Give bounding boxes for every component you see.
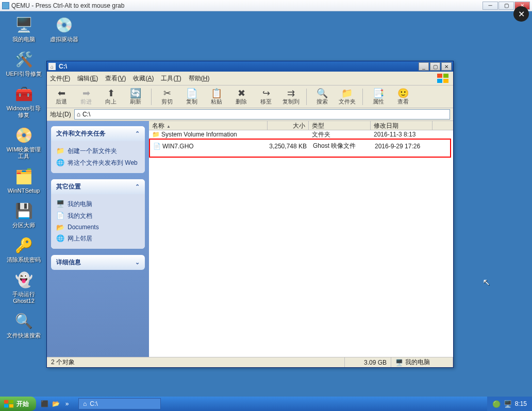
- key-icon: 🔑: [14, 236, 33, 254]
- toolbar-properties-button[interactable]: 📑属性: [367, 87, 390, 107]
- host-maximize-button[interactable]: ▢: [498, 2, 514, 10]
- refresh-icon: 🔄: [124, 88, 147, 98]
- toolbar-separator: [306, 89, 307, 105]
- file-type: 文件夹: [309, 130, 371, 139]
- desktop-icon-wim-manager[interactable]: 📀 WIM映象管理工具: [4, 126, 43, 160]
- sidebar-link-label: 创建一个新文件夹: [68, 147, 117, 156]
- file-date: 2016-9-29 17:26: [372, 143, 434, 150]
- address-input-wrap[interactable]: ⌂: [74, 109, 450, 119]
- toolbar-moveto-button[interactable]: ↪移至: [255, 87, 277, 107]
- toolbar-view-button[interactable]: 🙂查看: [392, 87, 414, 107]
- quick-launch-folder[interactable]: 📂: [51, 399, 61, 409]
- desktop-icon-label: WIM映象管理工具: [4, 146, 43, 160]
- desktop-icons-column-1: 🖥️ 我的电脑 🛠️ UEFI引导修复 🧰 Widnows引导修复 📀 WIM映…: [4, 15, 43, 346]
- sidebar-place-my-computer[interactable]: 🖥️ 我的电脑: [56, 198, 140, 210]
- menu-edit[interactable]: 编辑(E): [77, 74, 98, 83]
- sidebar-link-label: 我的电脑: [68, 200, 92, 209]
- desktop-icon-file-search[interactable]: 🔍 文件快速搜索: [4, 312, 43, 339]
- explorer-titlebar[interactable]: ⌂ C:\ _ ▢ ✕: [47, 61, 453, 72]
- desktop-icon-uefi-repair[interactable]: 🛠️ UEFI引导修复: [4, 50, 43, 77]
- toolbar-folders-button[interactable]: 📁文件夹: [336, 87, 358, 107]
- status-objects: 2 个对象: [47, 357, 345, 367]
- sidebar-task-publish-web[interactable]: 🌐 将这个文件夹发布到 Web: [56, 157, 140, 169]
- file-list[interactable]: 📁 System Volume Information 文件夹 2016-11-…: [149, 130, 453, 357]
- globe-icon: 🌐: [56, 159, 64, 166]
- desktop-icon-label: 文件快速搜索: [4, 332, 43, 339]
- desktop-icon-winntsetup[interactable]: 🗂️ WinNTSetup: [4, 167, 43, 194]
- menu-favorites[interactable]: 收藏(A): [133, 74, 154, 83]
- drive-icon: ⌂: [48, 63, 56, 70]
- search-icon: 🔍: [14, 312, 33, 330]
- column-header-name[interactable]: 名称: [149, 121, 268, 130]
- sidebar-place-my-documents[interactable]: 📄 我的文档: [56, 210, 140, 222]
- tray-display-icon[interactable]: 🖥️: [504, 400, 512, 408]
- column-header-type[interactable]: 类型: [309, 121, 371, 130]
- sidebar-place-documents[interactable]: 📂 Documents: [56, 222, 140, 233]
- paste-icon: 📋: [205, 88, 228, 98]
- desktop-icon-label: Widnows引导修复: [4, 105, 43, 118]
- desktop-icon-virtual-drive[interactable]: 💿 虚拟驱动器: [44, 15, 84, 43]
- disk-icon: 💾: [14, 201, 33, 220]
- menu-help[interactable]: 帮助(H): [189, 74, 210, 83]
- sidebar-details-header[interactable]: 详细信息 ⌄: [51, 255, 145, 270]
- explorer-minimize-button[interactable]: _: [419, 62, 429, 71]
- svg-rect-3: [443, 79, 448, 83]
- moveto-icon: ↪: [255, 88, 277, 98]
- tray-clock[interactable]: 8:15: [515, 400, 527, 407]
- sidebar-link-label: 将这个文件夹发布到 Web: [68, 159, 138, 167]
- toolbar-copy-button[interactable]: 📄复制: [180, 87, 203, 107]
- desktop-icon-partition-master[interactable]: 💾 分区大师: [4, 201, 43, 229]
- quick-launch-cmd[interactable]: ⬛: [39, 399, 49, 409]
- column-header-size[interactable]: 大小: [268, 121, 309, 130]
- toolbar-back-button[interactable]: ⬅后退: [50, 87, 73, 107]
- desktop-icon-label: 虚拟驱动器: [44, 36, 84, 43]
- overlay-close-button[interactable]: ✕: [513, 6, 529, 22]
- sidebar-places-header[interactable]: 其它位置 ⌃: [51, 179, 145, 194]
- menu-view[interactable]: 查看(V): [105, 74, 126, 83]
- desktop-icon-label: UEFI引导修复: [4, 71, 43, 77]
- sidebar-link-label: 我的文档: [68, 212, 92, 220]
- taskbar-item-explorer[interactable]: ⌂ C:\: [78, 398, 161, 409]
- host-minimize-button[interactable]: ─: [483, 2, 498, 10]
- qemu-title: QEMU - Press Ctrl-Alt to exit mouse grab: [11, 2, 483, 9]
- toolbar-refresh-button[interactable]: 🔄刷新: [124, 87, 147, 107]
- desktop-icon-windows-boot-repair[interactable]: 🧰 Widnows引导修复: [4, 84, 43, 118]
- toolbar-up-button[interactable]: ⬆向上: [99, 87, 122, 107]
- toolbar-separator: [362, 89, 363, 105]
- menu-file[interactable]: 文件(F): [50, 74, 70, 83]
- svg-rect-1: [443, 74, 448, 78]
- desktop-icon-clear-password[interactable]: 🔑 清除系统密码: [4, 236, 43, 263]
- desktop-icon-label: 我的电脑: [4, 36, 43, 43]
- explorer-title: C:\: [59, 63, 419, 70]
- sidebar-task-new-folder[interactable]: 📁 创建一个新文件夹: [56, 145, 140, 157]
- folder-icon: 📁: [56, 147, 64, 155]
- menu-tools[interactable]: 工具(T): [161, 74, 181, 83]
- desktop-icon-my-computer[interactable]: 🖥️ 我的电脑: [4, 15, 43, 43]
- toolbar-copyto-button[interactable]: ⇉复制到: [279, 87, 302, 107]
- toolbar-delete-button[interactable]: ✖删除: [230, 87, 253, 107]
- toolbar-cut-button[interactable]: ✂剪切: [156, 87, 178, 107]
- explorer-window: ⌂ C:\ _ ▢ ✕ 文件(F) 编辑(E) 查看(V) 收藏(A) 工具(T…: [46, 61, 454, 368]
- column-header-date[interactable]: 修改日期: [371, 121, 433, 130]
- quick-launch-more[interactable]: »: [62, 399, 72, 409]
- svg-rect-5: [9, 400, 13, 404]
- explorer-toolbar: ⬅后退 ➡前进 ⬆向上 🔄刷新 ✂剪切 📄复制 📋粘贴 ✖删除 ↪移至 ⇉复制到…: [47, 85, 453, 108]
- toolbar-search-button[interactable]: 🔍搜索: [311, 87, 334, 107]
- svg-rect-2: [437, 79, 442, 83]
- sidebar-tasks-header[interactable]: 文件和文件夹任务 ⌃: [51, 126, 145, 141]
- toolbar-paste-button[interactable]: 📋粘贴: [205, 87, 228, 107]
- folder-icon: 📁: [152, 131, 159, 138]
- explorer-close-button[interactable]: ✕: [441, 62, 452, 71]
- file-row-system-volume-info[interactable]: 📁 System Volume Information 文件夹 2016-11-…: [149, 130, 453, 139]
- tray-safely-remove-icon[interactable]: 🟢: [492, 400, 501, 408]
- desktop-icon-run-ghost12[interactable]: 👻 手动运行Ghost12: [4, 270, 43, 304]
- toolbar-forward-button: ➡前进: [75, 87, 97, 107]
- file-area: 名称 大小 类型 修改日期 📁 System Volume Informatio…: [149, 121, 453, 357]
- desktop[interactable]: 🖥️ 我的电脑 🛠️ UEFI引导修复 🧰 Widnows引导修复 📀 WIM映…: [0, 11, 532, 411]
- file-row-win7-gho[interactable]: 📄 WIN7.GHO 3,250,748 KB Ghost 映像文件 2016-…: [150, 141, 450, 151]
- explorer-maximize-button[interactable]: ▢: [430, 62, 440, 71]
- windows-flag-icon: [4, 400, 13, 408]
- start-button[interactable]: 开始: [0, 397, 36, 411]
- sidebar-place-network[interactable]: 🌐 网上邻居: [56, 233, 140, 245]
- address-input[interactable]: [82, 111, 447, 118]
